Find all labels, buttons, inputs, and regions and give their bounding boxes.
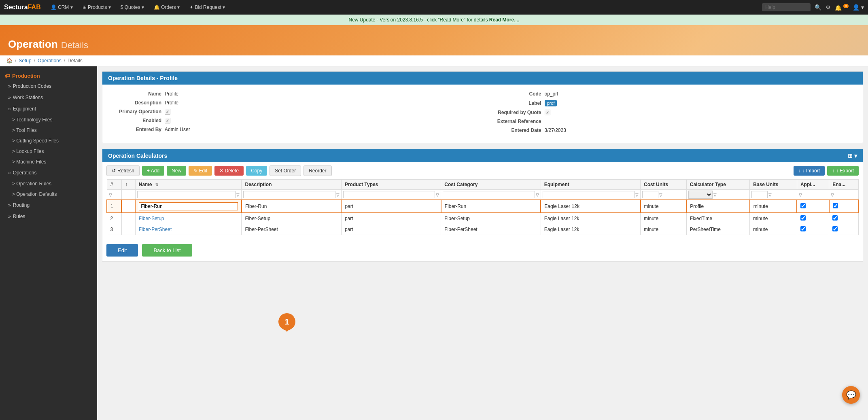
filter-input-name[interactable] [137,191,236,198]
sidebar-item-tool-files[interactable]: > Tool Files [0,125,97,136]
col-header-equipment[interactable]: Equipment [541,180,640,190]
filter-select-calculator-type[interactable] [688,191,713,199]
table-row[interactable]: 2 Fiber-Setup Fiber-Setup part Fiber-Set… [107,213,858,224]
filter-input-product-types[interactable] [343,191,435,198]
applicable-checkbox[interactable] [800,215,806,221]
filter-icon-product-types[interactable]: ▽ [436,193,439,197]
filter-icon-calculator-type[interactable]: ▽ [713,193,717,197]
col-header-cost-units[interactable]: Cost Units [641,180,687,190]
cell-product-types: part [341,200,441,213]
copy-button[interactable]: Copy [246,166,267,176]
sidebar-item-routing[interactable]: » Routing [0,199,97,211]
applicable-checkbox[interactable] [800,226,806,231]
enabled-checkbox-row3[interactable] [832,226,838,231]
sidebar-item-work-stations[interactable]: » Work Stations [0,92,97,103]
external-reference-label: External Reference [489,119,541,124]
filter-icon-cost-units[interactable]: ▽ [659,193,662,197]
sidebar-item-operations[interactable]: » Operations [0,167,97,178]
col-header-base-units[interactable]: Base Units [750,180,797,190]
cell-name-input[interactable] [139,202,238,210]
read-more-link[interactable]: Read More.... [489,17,520,23]
form-row-description: Description Profile [109,100,477,106]
nav-crm[interactable]: 👤 CRM ▾ [47,3,77,12]
delete-button[interactable]: ✕ Delete [214,166,244,176]
sidebar-item-operation-defaults[interactable]: > Operation Defaults [0,189,97,199]
bell-icon[interactable]: 🔔 0 [835,4,849,11]
sidebar-item-cutting-speed-files[interactable]: > Cutting Speed Files [0,136,97,146]
table-settings-icon[interactable]: ⊞ ▾ [848,153,857,159]
breadcrumb-operations[interactable]: Operations [38,58,62,64]
primary-operation-checkbox[interactable]: ✓ [165,109,170,115]
col-header-name[interactable]: Name ⇅ [135,180,242,190]
filter-icon-equipment[interactable]: ▽ [635,193,639,197]
form-row-external-ref: External Reference [489,119,857,124]
edit-record-button[interactable]: Edit [106,244,138,257]
filter-icon-name[interactable]: ▽ [236,193,240,197]
filter-icon-base-units[interactable]: ▽ [768,193,772,197]
col-header-description[interactable]: Description [242,180,341,190]
edit-button[interactable]: ✎ Edit [189,166,212,176]
enabled-checkbox[interactable]: ✓ [165,118,170,123]
search-icon[interactable]: 🔍 [815,4,821,11]
import-button[interactable]: ↓ ↓ Import [794,166,825,176]
breadcrumb-setup[interactable]: Setup [19,58,31,64]
breadcrumb-home[interactable]: 🏠 [6,58,13,64]
filter-icon-cost-category[interactable]: ▽ [536,193,539,197]
add-button[interactable]: + Add [142,166,164,176]
required-by-quote-checkbox[interactable]: ✓ [545,110,550,115]
enabled-checkbox-row2[interactable] [832,215,838,221]
form-row-primary-operation: Primary Operation ✓ [109,109,477,115]
brand-logo[interactable]: SecturaFAB [4,4,41,11]
filter-icon-num[interactable]: ▽ [109,193,112,197]
breadcrumb-details: Details [68,58,83,64]
main-content: Operation Details - Profile Name Profile… [97,66,868,420]
filter-icon-description[interactable]: ▽ [336,193,340,197]
nav-quotes[interactable]: $ Quotes ▾ [117,3,148,12]
col-header-cost-category[interactable]: Cost Category [441,180,541,190]
gear-icon[interactable]: ⚙ [826,4,831,11]
sidebar-item-equipment[interactable]: » Equipment [0,103,97,115]
col-header-product-types[interactable]: Product Types [341,180,441,190]
sidebar-item-lookup-files[interactable]: > Lookup Files [0,146,97,157]
cell-base-units: minute [750,224,797,235]
new-button[interactable]: New [167,166,186,176]
filter-input-base-units[interactable] [751,191,768,198]
chat-fab-button[interactable]: 💬 [842,386,860,404]
filter-input-description[interactable] [243,191,335,198]
form-row-label: Label prof [489,100,857,106]
sidebar-item-operation-rules[interactable]: > Operation Rules [0,178,97,189]
filter-input-equipment[interactable] [543,191,635,198]
nav-bid-request[interactable]: ✦ Bid Request ▾ [185,3,229,12]
operation-details-header: Operation Details - Profile [102,72,863,85]
export-button[interactable]: ↑ ↑ Export [827,166,859,176]
col-header-enabled[interactable]: Ena... [829,180,858,190]
col-header-applicable[interactable]: Appl... [797,180,829,190]
refresh-button[interactable]: ↺ Refresh [106,165,140,176]
nav-orders[interactable]: 🔔 Orders ▾ [150,3,184,12]
filter-input-cost-units[interactable] [642,191,658,198]
calculators-title: Operation Calculators [108,153,167,159]
sidebar-item-technology-files[interactable]: > Technology Files [0,115,97,125]
sidebar-item-machine-files[interactable]: > Machine Files [0,157,97,167]
cell-sort [121,213,135,224]
back-to-list-button[interactable]: Back to List [142,244,192,257]
col-header-calculator-type[interactable]: Calculator Type [686,180,750,190]
table-row[interactable]: 3 Fiber-PerSheet Fiber-PerSheet part Fib… [107,224,858,235]
help-input[interactable] [762,3,811,11]
cell-name[interactable] [135,200,242,213]
user-icon[interactable]: 👤 ▾ [853,4,864,11]
col-header-sort[interactable]: ↑ [121,180,135,190]
table-row[interactable]: 1 Fiber-Run part Fiber-Run Eagle Laser 1… [107,200,858,213]
nav-products[interactable]: ⊞ Products ▾ [79,3,115,12]
sidebar-item-production-codes[interactable]: » Production Codes [0,81,97,92]
brand-sectura: Sectura [4,4,28,11]
cell-cost-units: minute [641,213,687,224]
sidebar-item-rules[interactable]: » Rules [0,211,97,222]
filter-input-cost-category[interactable] [443,191,535,198]
filter-icon-applicable[interactable]: ▽ [799,193,802,197]
filter-icon-enabled[interactable]: ▽ [831,193,834,197]
enabled-checkbox-row1[interactable] [833,203,838,208]
reorder-button[interactable]: Reorder [303,165,331,176]
applicable-checkbox[interactable] [800,203,806,208]
set-order-button[interactable]: Set Order [270,165,301,176]
